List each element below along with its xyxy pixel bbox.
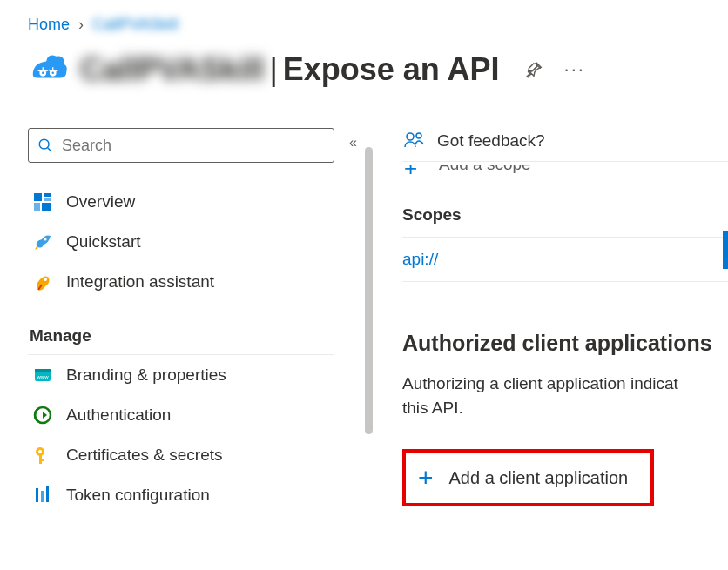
main-content: Got feedback? + Add a scope Scopes api:/… (362, 128, 728, 563)
breadcrumb-home[interactable]: Home (28, 16, 70, 34)
sidebar-item-certificates-secrets[interactable]: Certificates & secrets (28, 435, 334, 475)
sidebar-nav: Overview Quickstart Integration assistan… (28, 182, 334, 515)
svg-point-2 (42, 72, 44, 74)
overview-icon (33, 192, 52, 211)
sidebar-section-manage: Manage (28, 309, 334, 355)
svg-rect-14 (35, 369, 51, 372)
sidebar-item-token-configuration[interactable]: Token configuration (28, 475, 334, 515)
sidebar-item-label: Overview (66, 192, 135, 211)
svg-rect-6 (34, 193, 42, 201)
svg-point-25 (416, 133, 421, 138)
integration-icon (33, 272, 52, 292)
breadcrumb: Home › CallPVASkill (28, 16, 728, 34)
add-scope-partial[interactable]: + Add a scope (402, 165, 728, 188)
sidebar-item-label: Integration assistant (66, 272, 214, 292)
app-registration-icon (28, 50, 68, 90)
svg-rect-9 (34, 203, 40, 211)
breadcrumb-app-name[interactable]: CallPVASkill (92, 16, 179, 34)
sidebar-item-integration-assistant[interactable]: Integration assistant (28, 262, 334, 302)
chevron-right-icon: › (78, 16, 84, 34)
title-page-name: Expose an API (283, 51, 500, 88)
search-input[interactable] (62, 137, 325, 155)
svg-rect-19 (39, 455, 42, 464)
svg-point-4 (39, 139, 49, 149)
search-input-wrapper[interactable] (28, 128, 334, 163)
sidebar-item-label: Token configuration (66, 486, 210, 505)
svg-point-11 (44, 238, 46, 240)
svg-rect-7 (44, 193, 51, 197)
feedback-icon (402, 130, 425, 152)
add-client-label: Add a client application (449, 468, 629, 488)
page-title-row: CallPVASkill | Expose an API ··· (28, 50, 728, 90)
sidebar-item-label: Certificates & secrets (66, 446, 223, 465)
quickstart-icon (33, 232, 52, 251)
svg-rect-8 (44, 198, 51, 201)
scope-row: api:// (402, 237, 728, 282)
svg-rect-22 (41, 491, 44, 502)
svg-line-5 (48, 148, 52, 152)
pin-icon[interactable] (524, 60, 543, 79)
token-icon (33, 486, 52, 505)
svg-rect-21 (36, 488, 38, 502)
more-menu-icon[interactable]: ··· (564, 58, 585, 81)
svg-point-18 (38, 450, 42, 453)
svg-point-24 (407, 133, 414, 140)
svg-point-3 (52, 72, 54, 74)
sidebar-item-overview[interactable]: Overview (28, 182, 334, 222)
scope-row-marker (723, 231, 728, 269)
plus-icon: + (418, 465, 434, 491)
feedback-label: Got feedback? (437, 131, 545, 151)
certificates-icon (33, 446, 52, 465)
scope-api-uri-link[interactable]: api:// (402, 250, 438, 268)
plus-icon: + (404, 165, 417, 182)
scopes-heading: Scopes (402, 205, 728, 225)
title-app-name: CallPVASkill (80, 51, 264, 88)
title-separator: | (269, 51, 277, 88)
sidebar-item-authentication[interactable]: Authentication (28, 395, 334, 435)
svg-rect-20 (42, 459, 44, 461)
add-scope-label: Add a scope (439, 165, 531, 174)
svg-point-12 (44, 278, 47, 281)
page-title: CallPVASkill | Expose an API (80, 51, 500, 88)
authentication-icon (33, 406, 52, 425)
sidebar-item-branding[interactable]: www Branding & properties (28, 355, 334, 395)
add-client-application-button[interactable]: + Add a client application (402, 449, 654, 506)
authorized-clients-description: Authorizing a client application indicat… (402, 372, 728, 419)
feedback-link[interactable]: Got feedback? (402, 128, 728, 154)
sidebar-item-label: Branding & properties (66, 365, 226, 385)
sidebar: « Overview Quickstart Integration assist… (28, 128, 362, 563)
branding-icon: www (33, 365, 52, 385)
svg-rect-23 (46, 486, 49, 502)
search-icon (37, 137, 53, 153)
svg-text:www: www (37, 374, 50, 379)
sidebar-item-label: Quickstart (66, 232, 141, 251)
collapse-sidebar-icon[interactable]: « (349, 135, 357, 151)
svg-rect-10 (42, 203, 51, 211)
sidebar-item-quickstart[interactable]: Quickstart (28, 222, 334, 262)
authorized-clients-heading: Authorized client applications (402, 331, 728, 356)
sidebar-item-label: Authentication (66, 406, 171, 425)
